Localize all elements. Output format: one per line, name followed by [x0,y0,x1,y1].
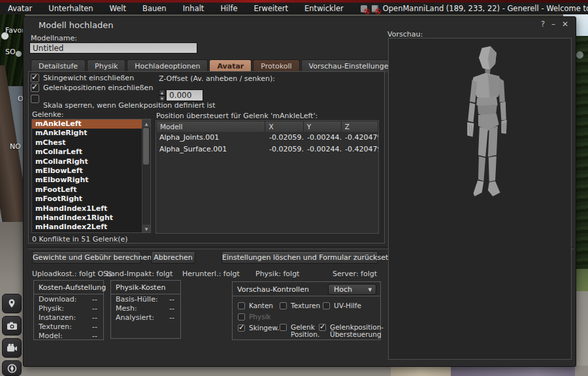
tab-vorschau-einstellungen[interactable]: Vorschau-Einstellungen [301,59,401,72]
table-header: Modell X Y Z [156,121,378,132]
model-preview-viewport[interactable] [388,38,572,360]
cost-label: Model: [39,332,63,340]
reset-button[interactable]: Einstellungen löschen und Formular zurüc… [221,251,378,264]
cost-value: -- [92,332,97,340]
dialog-title: Modell hochladen [39,20,113,30]
location-pin-button[interactable] [2,294,22,313]
shutter-button[interactable] [2,360,22,376]
tab-hochladeoptionen[interactable]: Hochladeoptionen [127,59,208,72]
movie-camera-button[interactable] [2,338,22,358]
minimize-button[interactable]: – [548,20,559,29]
joint-list-item[interactable]: mFootRight [32,195,142,204]
help-button[interactable]: ? [538,20,548,29]
menu-inhalt[interactable]: Inhalt [183,4,204,13]
no-money-icon [360,5,368,13]
cost-label: Texturen: [39,322,72,331]
model-name-input[interactable] [29,42,197,54]
column-header-z[interactable]: Z [342,121,378,132]
cost-label: Download: [39,295,76,304]
menu-erweitert[interactable]: Erweitert [254,4,289,13]
tab-avatar[interactable]: Avatar [209,59,252,72]
no-build-icon [371,5,380,13]
joint-list-item[interactable]: mElbowLeft [32,166,142,176]
checkbox-box[interactable] [31,74,39,82]
joint-list-item[interactable]: mChest [32,138,142,148]
joints-label: Gelenke: [32,110,64,119]
cost-value: -- [92,322,97,331]
upload-model-dialog: Modell hochladen ? – ✕ Modellname: Detai… [23,16,576,367]
lock-scale-checkbox[interactable] [31,95,39,103]
cost-value: -- [92,304,97,313]
movie-camera-icon [7,343,18,352]
lock-scale-label: Skala sperren, wenn Gelenkposition defin… [43,101,216,110]
z-offset-input[interactable] [166,89,203,101]
menu-bauen[interactable]: Bauen [142,4,167,13]
joint-list-item[interactable]: mCollarLeft [32,148,142,157]
table-row[interactable]: Alpha_Joints.001 -0.02059... -0.00244...… [156,133,378,144]
download-status: Herunterl.: folgt [182,270,240,278]
cell-z: -0.420479 [342,133,378,144]
table-row[interactable]: Alpha_Surface.001 -0.02059... -0.00244..… [156,145,378,155]
joint-list-item[interactable]: mElbowRight [32,176,142,185]
textures-checkbox[interactable]: Texturen [280,302,320,309]
include-skin-weights-checkbox[interactable]: Skingewicht einschließen [31,74,134,82]
menu-avatar[interactable]: Avatar [8,4,32,13]
menu-unterhalten[interactable]: Unterhalten [48,4,93,13]
preview-controls-panel: Vorschau-Kontrollen Hoch Kanten Texturen… [232,281,381,340]
column-header-x[interactable]: X [265,121,302,132]
joint-position-checkbox[interactable]: Gelenk Position. [280,324,322,338]
scrollbar-thumb[interactable] [143,128,149,164]
checkbox-box[interactable] [31,84,39,92]
joint-list-item[interactable]: mFootLeft [32,185,142,195]
include-joint-positions-checkbox[interactable]: Gelenkpositionen einschließen [31,84,153,92]
land-impact-status: Land-Impakt: folgt [106,270,172,278]
spinner-down-icon: ▼ [159,95,165,101]
joint-list-item[interactable]: mCollarRight [32,157,142,166]
menu-welt[interactable]: Welt [110,4,126,13]
tab-protokoll[interactable]: Protokoll [253,59,299,72]
column-header-y[interactable]: Y [304,121,341,132]
cost-value: -- [169,295,174,304]
uv-guide-checkbox[interactable]: UV-Hilfe [323,302,361,309]
position-override-label: Position übersteuert für Gelenk 'mAnkleL… [156,112,318,120]
joint-list-scrollbar[interactable]: ▲ ▼ [142,119,150,232]
joint-list-item[interactable]: mHandIndex2Left [32,223,142,232]
joint-list-item[interactable]: mAnkleRight [32,129,142,138]
joint-override-checkbox[interactable]: Gelenkposition-Übersteuerung [319,324,382,338]
position-override-table[interactable]: Modell X Y Z Alpha_Joints.001 -0.02059..… [155,120,379,234]
menu-bar: Avatar Unterhalten Welt Bauen Inhalt Hil… [0,3,588,14]
server-status: Server: folgt [333,270,377,278]
physics-cost-panel: Physik-Kosten Basis-Hülle:-- Mesh:-- Ana… [110,280,181,339]
cost-value: -- [92,295,97,304]
panel-title: Physik-Kosten [111,281,180,294]
cost-label: Basis-Hülle: [116,295,158,304]
cost-value: -- [169,304,174,313]
location-text[interactable]: OpenManniLand (189, 233, 22) - Generell … [383,4,588,13]
cost-breakdown-panel: Kosten-Aufstellung Download:-- Physik:--… [33,280,104,340]
checkbox-label: Gelenkpositionen einschließen [43,84,153,92]
column-header-modell[interactable]: Modell [157,121,265,132]
preview-detail-dropdown[interactable]: Hoch [328,284,376,295]
cancel-button[interactable]: Abbrechen [151,251,195,264]
tab-physik[interactable]: Physik [87,59,125,72]
joint-list-item[interactable]: mAnkleLeft [32,119,142,129]
edges-checkbox[interactable]: Kanten [238,302,273,309]
camera-icon [7,321,18,330]
location-pin-icon [7,298,17,309]
menu-entwickler[interactable]: Entwickler [304,4,344,13]
tab-detailstufe[interactable]: Detailstufe [31,59,86,72]
camera-button[interactable] [2,316,22,336]
calculate-button[interactable]: Gewichte und Gebühr berechnen [32,251,141,264]
physics-status: Physik: folgt [255,270,299,278]
close-button[interactable]: ✕ [560,20,570,29]
shutter-icon [7,364,17,373]
joint-list-item[interactable]: mHandIndex1Right [32,213,142,223]
cell-z: -0.420479 [342,145,378,155]
joint-list[interactable]: mAnkleLeft mAnkleRight mChest mCollarLef… [31,119,151,233]
checkbox-box[interactable] [31,95,39,103]
joint-list-item[interactable]: mHandIndex1Left [32,204,142,213]
menu-hilfe[interactable]: Hilfe [220,4,237,13]
z-offset-spinner[interactable]: ▲▼ [159,89,165,101]
skin-weights-checkbox[interactable]: Skingew. [238,324,279,332]
spinner-up-icon: ▲ [159,89,165,95]
